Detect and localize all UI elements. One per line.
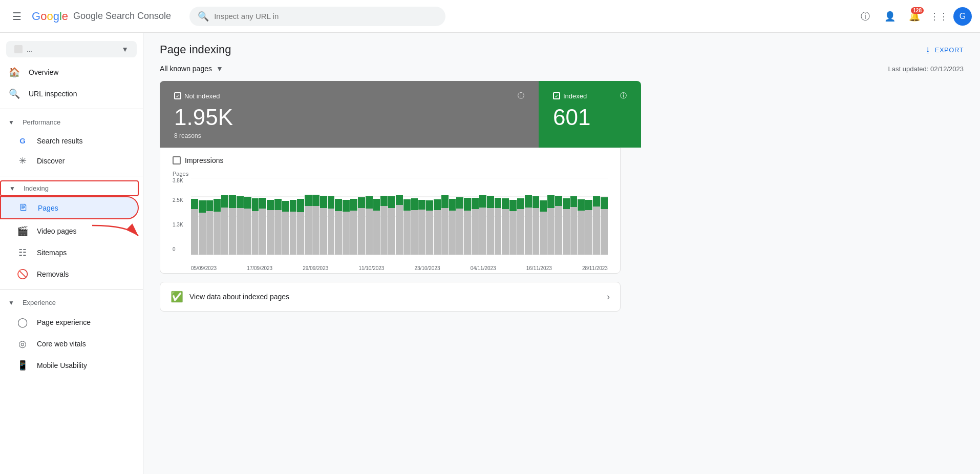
- export-button[interactable]: ⭳ EXPORT: [925, 46, 964, 54]
- sidebar-item-video-pages[interactable]: 🎬 Video pages: [0, 220, 139, 242]
- sidebar: ... ▼ 🏠 Overview 🔍 URL inspection ▼ Perf…: [0, 33, 143, 474]
- avatar[interactable]: G: [953, 7, 972, 26]
- bar-indexed: [380, 196, 388, 206]
- indexed-card: ✓ Indexed ⓘ 601: [539, 81, 641, 148]
- bar-not-indexed: [305, 206, 312, 255]
- bar-indexed: [456, 197, 463, 209]
- bar-indexed: [373, 199, 380, 211]
- account-management-button[interactable]: 👤: [880, 6, 900, 27]
- bar-indexed: [312, 195, 319, 206]
- sidebar-item-mobile-usability[interactable]: 📱 Mobile Usability: [0, 355, 139, 376]
- bar-not-indexed: [532, 208, 540, 255]
- bar-group: [509, 178, 517, 255]
- bar-group: [335, 178, 342, 255]
- bar-not-indexed: [214, 212, 221, 255]
- sidebar-item-label: Pages: [38, 204, 58, 212]
- sidebar-section-experience[interactable]: ▼ Experience: [0, 294, 143, 312]
- impressions-toggle[interactable]: Impressions: [173, 156, 608, 164]
- export-label: EXPORT: [935, 46, 964, 54]
- bar-group: [593, 178, 600, 255]
- bar-group: [388, 178, 395, 255]
- sidebar-divider-1: [0, 109, 143, 109]
- bar-indexed: [418, 200, 425, 210]
- indexed-checkbox[interactable]: ✓: [553, 92, 560, 99]
- not-indexed-card: ✓ Not indexed ⓘ 1.95K 8 reasons: [160, 81, 539, 148]
- menu-icon[interactable]: ☰: [8, 6, 26, 27]
- caret-icon: ▼: [9, 185, 15, 192]
- search-input[interactable]: [214, 12, 437, 20]
- notification-badge: 128: [911, 7, 924, 14]
- bar-not-indexed: [206, 211, 214, 255]
- filter-bar: All known pages ▼ Last updated: 02/12/20…: [143, 63, 980, 81]
- product-name: Google Search Console: [73, 11, 171, 22]
- caret-icon: ▼: [8, 119, 14, 126]
- bar-group: [252, 178, 259, 255]
- bar-group: [456, 178, 463, 255]
- caret-icon: ▼: [8, 299, 14, 306]
- sidebar-item-label: Sitemaps: [37, 249, 67, 257]
- y-tick-25k: 2.5K: [173, 197, 183, 203]
- bar-indexed: [305, 195, 312, 206]
- bar-group: [343, 178, 350, 255]
- bar-indexed: [191, 199, 198, 210]
- sidebar-item-pages[interactable]: 🖹 Pages: [0, 196, 139, 219]
- bar-indexed: [532, 196, 540, 208]
- chart-section: Impressions Pages 3.8K 2.5K 1.3K 0: [160, 148, 621, 274]
- bar-group: [191, 178, 198, 255]
- bar-group: [563, 178, 570, 255]
- apps-button[interactable]: ⋮⋮: [929, 6, 949, 27]
- bar-indexed: [237, 196, 244, 209]
- sidebar-item-url-inspection[interactable]: 🔍 URL inspection: [0, 83, 139, 105]
- bar-not-indexed: [578, 211, 585, 255]
- bar-not-indexed: [358, 208, 365, 255]
- bar-not-indexed: [403, 211, 411, 255]
- bar-indexed: [479, 195, 486, 208]
- bar-not-indexed: [366, 209, 373, 255]
- bar-not-indexed: [502, 209, 509, 255]
- bar-indexed: [403, 199, 411, 211]
- bar-indexed: [199, 200, 206, 213]
- view-data-card[interactable]: ✅ View data about indexed pages ›: [160, 282, 621, 312]
- sidebar-item-discover[interactable]: ✳ Discover: [0, 150, 139, 172]
- bar-not-indexed: [335, 211, 342, 255]
- google-icon: G: [16, 136, 29, 145]
- bar-group: [403, 178, 411, 255]
- indexed-label: Indexed: [563, 92, 587, 100]
- bar-group: [426, 178, 433, 255]
- sidebar-item-overview[interactable]: 🏠 Overview: [0, 61, 139, 83]
- sidebar-section-indexing[interactable]: ▼ Indexing: [0, 180, 139, 196]
- not-indexed-label: Not indexed: [184, 92, 220, 100]
- not-indexed-checkbox[interactable]: ✓: [174, 92, 181, 99]
- check-circle-icon: ✅: [171, 291, 183, 303]
- bar-not-indexed: [312, 206, 319, 255]
- impressions-checkbox[interactable]: [173, 156, 181, 164]
- x-label-4: 11/10/2023: [358, 265, 384, 271]
- not-indexed-help-icon[interactable]: ⓘ: [518, 91, 524, 100]
- bar-indexed: [396, 195, 403, 205]
- sidebar-item-sitemaps[interactable]: ☷ Sitemaps: [0, 242, 139, 263]
- notifications-button[interactable]: 🔔 128: [904, 6, 925, 27]
- bar-not-indexed: [380, 206, 388, 255]
- bar-group: [244, 178, 251, 255]
- sidebar-item-page-experience[interactable]: ◯ Page experience: [0, 312, 139, 333]
- filter-dropdown[interactable]: All known pages ▼: [160, 65, 223, 73]
- app-logo: Google Google Search Console: [32, 10, 171, 23]
- bar-not-indexed: [320, 208, 327, 255]
- sidebar-section-performance[interactable]: ▼ Performance: [0, 113, 143, 131]
- sidebar-item-removals[interactable]: 🚫 Removals: [0, 263, 139, 285]
- bar-indexed: [358, 197, 365, 208]
- bar-indexed: [252, 198, 259, 211]
- x-label-2: 17/09/2023: [247, 265, 272, 271]
- indexed-help-icon[interactable]: ⓘ: [620, 91, 627, 100]
- property-selector[interactable]: ... ▼: [6, 41, 137, 57]
- bar-indexed: [206, 200, 214, 211]
- x-axis: 05/09/2023 17/09/2023 29/09/2023 11/10/2…: [191, 265, 608, 271]
- bar-group: [434, 178, 441, 255]
- bar-indexed: [426, 200, 433, 211]
- help-button[interactable]: ⓘ: [855, 6, 876, 27]
- section-label: Experience: [23, 299, 56, 306]
- sidebar-item-search-results[interactable]: G Search results: [0, 131, 139, 150]
- property-dropdown-icon[interactable]: ▼: [121, 45, 129, 53]
- sidebar-item-core-web-vitals[interactable]: ◎ Core web vitals: [0, 333, 139, 355]
- bar-not-indexed: [472, 209, 479, 255]
